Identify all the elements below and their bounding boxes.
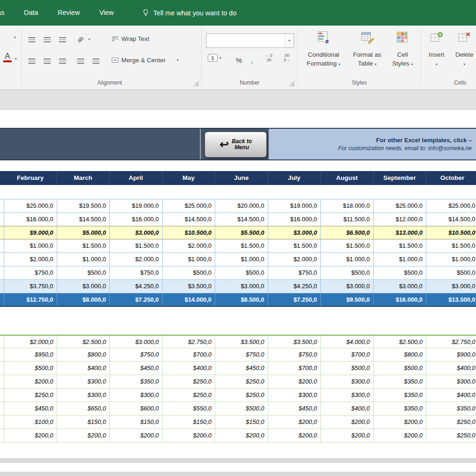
spreadsheet-cell[interactable]: $16.000,0	[268, 213, 321, 226]
spreadsheet-cell[interactable]: $200,0	[163, 429, 216, 442]
spreadsheet-cell[interactable]: $200,0	[57, 429, 110, 442]
column-header-july[interactable]: July	[268, 171, 321, 185]
spreadsheet-cell[interactable]: $3.000,0	[321, 280, 374, 293]
spreadsheet-cell[interactable]: $200,0	[110, 429, 163, 442]
spreadsheet-cell[interactable]: $700,0	[163, 348, 216, 361]
spreadsheet-cell[interactable]: $2.000,0	[268, 253, 321, 266]
spreadsheet-cell[interactable]: $650,0	[57, 402, 110, 415]
spreadsheet-cell[interactable]: $250,0	[426, 429, 476, 442]
spreadsheet-cell[interactable]: $2.500,0	[57, 336, 110, 348]
spreadsheet-cell[interactable]: $500,0	[374, 362, 427, 375]
spreadsheet-cell[interactable]: $8.000,0	[57, 293, 110, 306]
spreadsheet-cell[interactable]: $200,0	[4, 375, 57, 388]
tab-formulas[interactable]: Formulas	[0, 0, 14, 26]
increase-indent-icon[interactable]	[90, 55, 102, 67]
spreadsheet-cell[interactable]: $4.250,0	[268, 280, 321, 293]
cut-cell[interactable]	[0, 239, 4, 252]
spreadsheet-cell[interactable]: $2.000,0	[4, 253, 57, 266]
font-color-button[interactable]: A	[2, 52, 13, 62]
spreadsheet-cell[interactable]: $600,0	[110, 402, 163, 415]
spreadsheet-cell[interactable]: $1.500,0	[268, 239, 321, 252]
spreadsheet-cell[interactable]: $200,0	[268, 416, 321, 429]
spreadsheet-cell[interactable]: $7.250,0	[268, 293, 321, 306]
chevron-down-icon[interactable]: ▾	[219, 56, 221, 60]
cut-cell[interactable]	[0, 402, 4, 415]
alignment-dialog-launcher[interactable]	[193, 81, 198, 86]
tell-me-box[interactable]: Tell me what you want to do	[142, 9, 237, 17]
spreadsheet-cell[interactable]: $12.000,0	[374, 213, 427, 226]
align-right-icon[interactable]	[56, 55, 68, 67]
cut-cell[interactable]	[0, 348, 4, 361]
cut-cell[interactable]	[0, 199, 4, 212]
spreadsheet-cell[interactable]: $750,0	[268, 348, 321, 361]
spreadsheet-cell[interactable]: $9.000,0	[4, 226, 57, 239]
spreadsheet-cell[interactable]: $500,0	[321, 266, 374, 279]
cut-cell[interactable]	[0, 293, 4, 306]
column-header-june[interactable]: June	[215, 171, 268, 185]
spreadsheet-cell[interactable]: $500,0	[163, 266, 216, 279]
spreadsheet-cell[interactable]: $400,0	[321, 402, 374, 415]
spreadsheet-cell[interactable]: $2.750,0	[426, 336, 476, 348]
cut-cell[interactable]	[0, 389, 4, 402]
spreadsheet-cell[interactable]: $2.500,0	[374, 336, 427, 348]
spreadsheet-cell[interactable]: $19.500,0	[57, 199, 110, 212]
spreadsheet-cell[interactable]: $1.500,0	[110, 239, 163, 252]
increase-decimal-button[interactable]: ←.0 .00	[261, 53, 276, 62]
spreadsheet-cell[interactable]: $14.500,0	[215, 213, 268, 226]
spreadsheet-cell[interactable]: $3.000,0	[110, 336, 163, 348]
spreadsheet-cell[interactable]: $1.500,0	[426, 239, 476, 252]
spreadsheet-cell[interactable]: $750,0	[110, 266, 163, 279]
spreadsheet-cell[interactable]: $800,0	[374, 348, 427, 361]
spreadsheet-cell[interactable]: $200,0	[268, 375, 321, 388]
column-header-august[interactable]: August	[321, 171, 374, 185]
spreadsheet-cell[interactable]: $1.000,0	[426, 253, 476, 266]
delete-cells-button[interactable]: Delete ▾	[451, 31, 476, 69]
spreadsheet-cell[interactable]: $12.750,0	[4, 293, 57, 306]
spreadsheet-cell[interactable]: $350,0	[374, 402, 427, 415]
spreadsheet-cell[interactable]: $800,0	[57, 348, 110, 361]
cut-cell[interactable]	[0, 336, 4, 348]
spreadsheet-cell[interactable]: $1.500,0	[57, 239, 110, 252]
spreadsheet-cell[interactable]: $150,0	[163, 416, 216, 429]
spreadsheet-cell[interactable]: $13.000,0	[374, 226, 427, 239]
spreadsheet-cell[interactable]: $1.500,0	[321, 239, 374, 252]
spreadsheet-cell[interactable]: $2.750,0	[163, 336, 216, 348]
spreadsheet-cell[interactable]: $250,0	[215, 389, 268, 402]
spreadsheet-cell[interactable]: $16.000,0	[4, 213, 57, 226]
spreadsheet-cell[interactable]: $750,0	[215, 348, 268, 361]
spreadsheet-cell[interactable]: $3.000,0	[110, 226, 163, 239]
align-left-icon[interactable]	[26, 55, 38, 67]
merge-center-button[interactable]: Merge & Center ▾	[112, 57, 178, 64]
spreadsheet-cell[interactable]: $6.500,0	[321, 226, 374, 239]
spreadsheet-cell[interactable]: $200,0	[374, 416, 427, 429]
spreadsheet-cell[interactable]: $2.000,0	[163, 239, 216, 252]
chevron-down-icon[interactable]: ▾	[177, 58, 178, 62]
align-bottom-icon[interactable]	[56, 33, 68, 46]
spreadsheet-cell[interactable]: $1.500,0	[215, 239, 268, 252]
spreadsheet-cell[interactable]: $250,0	[163, 389, 216, 402]
spreadsheet-cell[interactable]: $200,0	[321, 429, 374, 442]
column-header-october[interactable]: October	[426, 171, 476, 185]
spreadsheet-cell[interactable]: $5.500,0	[215, 226, 268, 239]
spreadsheet-cell[interactable]: $16.000,0	[110, 213, 163, 226]
spreadsheet-cell[interactable]: $400,0	[426, 389, 476, 402]
spreadsheet-cell[interactable]: $1.000,0	[321, 253, 374, 266]
spreadsheet-cell[interactable]: $14.500,0	[426, 213, 476, 226]
comma-style-button[interactable]: ,	[247, 54, 257, 66]
spreadsheet-cell[interactable]: $5.000,0	[57, 226, 110, 239]
spreadsheet-cell[interactable]: $300,0	[426, 375, 476, 388]
spreadsheet-cell[interactable]: $3.000,0	[374, 280, 427, 293]
number-format-combobox[interactable]: ▾	[206, 33, 294, 48]
spreadsheet-cell[interactable]: $350,0	[110, 375, 163, 388]
spreadsheet-cell[interactable]: $350,0	[426, 402, 476, 415]
orientation-button[interactable]: ab	[74, 33, 86, 46]
spreadsheet-cell[interactable]: $2.000,0	[110, 253, 163, 266]
decrease-indent-icon[interactable]	[74, 55, 86, 67]
spreadsheet-cell[interactable]: $500,0	[215, 402, 268, 415]
spreadsheet-cell[interactable]: $550,0	[163, 402, 216, 415]
spreadsheet-cell[interactable]: $900,0	[426, 348, 476, 361]
spreadsheet-cell[interactable]: $4.250,0	[110, 280, 163, 293]
spreadsheet-cell[interactable]: $500,0	[374, 266, 427, 279]
spreadsheet-cell[interactable]: $350,0	[374, 375, 427, 388]
spreadsheet-cell[interactable]: $500,0	[57, 266, 110, 279]
